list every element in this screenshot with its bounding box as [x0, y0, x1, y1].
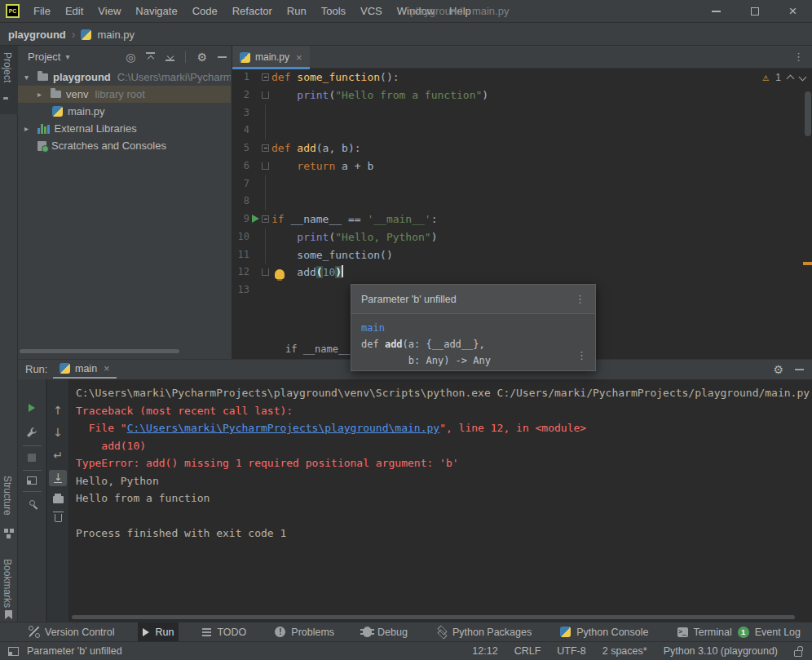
minimize-button[interactable] [697, 0, 735, 23]
scroll-to-end-button[interactable]: ↓ [47, 470, 68, 486]
status-message[interactable]: Parameter 'b' unfilled [27, 645, 122, 657]
restore-layout-button[interactable] [18, 476, 46, 485]
chevron-down-icon[interactable]: ▾ [65, 52, 78, 61]
menu-refactor[interactable]: Refactor [225, 0, 280, 22]
project-settings-button[interactable]: ⚙ [196, 50, 207, 64]
traceback-link[interactable]: C:\Users\marki\PycharmProjects\playgroun… [127, 422, 440, 434]
menu-run[interactable]: Run [280, 0, 314, 22]
gutter-marks [249, 210, 271, 228]
console-horizontal-scrollbar[interactable] [72, 615, 795, 619]
toolwindow-label: Version Control [45, 627, 114, 638]
toolwindow-problems[interactable]: !Problems [270, 622, 339, 642]
toolwindow-run[interactable]: Run [138, 622, 179, 642]
previous-problem-icon[interactable] [787, 75, 795, 83]
fold-icon[interactable] [262, 215, 269, 223]
fold-icon[interactable] [262, 73, 269, 81]
bookmark-icon[interactable] [5, 610, 12, 619]
stripe-project-button[interactable]: Project [2, 52, 13, 82]
status-crlf[interactable]: CRLF [514, 645, 541, 657]
console-line: Hello from a function [76, 489, 812, 507]
toolwindow-python-console[interactable]: Python Console [555, 622, 653, 642]
menu-tools[interactable]: Tools [314, 0, 353, 22]
clear-all-button[interactable] [47, 514, 68, 522]
run-console[interactable]: C:\Users\marki\PycharmProjects\playgroun… [70, 379, 812, 622]
pycharm-app-icon[interactable]: PC [6, 4, 20, 18]
tree-row-venv[interactable]: ▸venvlibrary root [18, 86, 231, 103]
scroll-down-button[interactable]: ↓ [47, 427, 68, 438]
toolwindow-label: Run [155, 627, 174, 638]
code-segment: return [297, 160, 335, 172]
print-button[interactable] [47, 494, 68, 503]
status-12-12[interactable]: 12:12 [472, 645, 497, 657]
hide-panel-button[interactable] [218, 56, 227, 58]
menu-file[interactable]: File [26, 0, 58, 22]
toolwindow-todo[interactable]: TODO [197, 622, 251, 642]
editor-line: 10 print("Hello, Python") [232, 228, 812, 246]
inspection-widget[interactable]: ⚠ 1 [762, 71, 805, 83]
menu-vcs[interactable]: VCS [353, 0, 390, 22]
menu-edit[interactable]: Edit [58, 0, 90, 22]
run-settings-button[interactable]: ⚙ [773, 362, 783, 377]
fold-icon[interactable] [262, 91, 269, 99]
run-tab-main[interactable]: main × [53, 360, 117, 379]
tab-main-py[interactable]: main.py × [232, 46, 310, 69]
close-button[interactable]: × [774, 0, 812, 23]
locate-file-button[interactable]: ◎ [126, 51, 135, 64]
rerun-button[interactable] [18, 404, 46, 412]
next-problem-icon[interactable] [799, 73, 807, 82]
toolbar-divider [23, 491, 42, 492]
toggle-toolwindows-icon[interactable] [8, 647, 19, 656]
status-utf-8[interactable]: UTF-8 [557, 645, 585, 657]
maximize-button[interactable] [735, 0, 774, 23]
chevron-right-icon[interactable]: ▸ [38, 90, 51, 99]
stop-process-button[interactable] [18, 454, 46, 462]
toolwindow-version-control[interactable]: Version Control [24, 622, 119, 642]
editor-scrollbar-thumb[interactable] [805, 91, 811, 136]
warning-count: 1 [775, 72, 781, 83]
breadcrumb-project[interactable]: playground [8, 29, 66, 41]
edit-configuration-button[interactable] [18, 427, 46, 438]
horizontal-scrollbar[interactable] [20, 349, 179, 353]
status-python-3-10-playground[interactable]: Python 3.10 (playground) [664, 645, 778, 657]
menu-navigate[interactable]: Navigate [128, 0, 184, 22]
tree-row-external-libraries[interactable]: ▸External Libraries [18, 120, 231, 137]
intention-bulb-icon[interactable] [275, 269, 285, 279]
chevron-right-icon[interactable]: ▸ [24, 124, 38, 133]
breadcrumb-file[interactable]: main.py [97, 29, 135, 41]
menu-view[interactable]: View [90, 0, 128, 22]
scroll-up-button[interactable]: ↑ [47, 405, 68, 416]
stripe-structure-button[interactable]: Structure [2, 476, 13, 516]
project-panel-title[interactable]: Project [28, 51, 60, 63]
fold-icon[interactable] [262, 162, 269, 170]
expand-all-button[interactable] [146, 52, 155, 61]
tree-row-scratches-and-consoles[interactable]: Scratches and Consoles [18, 137, 231, 154]
toolwindow-event-log[interactable]: 1 Event Log [738, 627, 801, 638]
run-tab-close-icon[interactable]: × [104, 362, 110, 374]
warning-stripe-mark[interactable] [803, 262, 812, 265]
lock-icon[interactable] [794, 650, 802, 657]
soft-wrap-button[interactable]: ↵ [47, 450, 68, 461]
tab-close-icon[interactable]: × [296, 51, 302, 64]
line-number: 2 [232, 86, 249, 104]
chevron-down-icon[interactable]: ▾ [24, 73, 38, 82]
fold-icon[interactable] [262, 268, 269, 276]
gutter-marks [249, 86, 271, 104]
hide-run-panel-button[interactable] [795, 369, 804, 370]
run-line-icon[interactable] [252, 215, 259, 223]
tree-row-playground[interactable]: ▾playgroundC:\Users\marki\PycharmProje [18, 69, 231, 86]
tab-options-icon[interactable]: ⋮ [793, 51, 804, 63]
popup-more-icon[interactable]: ⋮ [576, 348, 587, 364]
stripe-bookmarks-button[interactable]: Bookmarks [2, 559, 13, 608]
menu-code[interactable]: Code [185, 0, 225, 22]
fold-icon[interactable] [262, 144, 269, 152]
toolwindow-python-packages[interactable]: Python Packages [431, 622, 536, 642]
tree-row-main-py[interactable]: main.py [18, 103, 231, 120]
toolwindow-terminal[interactable]: >_Terminal [673, 622, 737, 642]
pin-tab-button[interactable] [18, 500, 46, 506]
popup-options-icon[interactable]: ⋮ [575, 293, 585, 305]
structure-icon[interactable] [4, 529, 8, 533]
status-2-spaces[interactable]: 2 spaces* [602, 645, 647, 657]
collapse-all-button[interactable] [165, 52, 174, 61]
line-number: 5 [232, 140, 249, 157]
toolwindow-debug[interactable]: Debug [358, 622, 413, 642]
